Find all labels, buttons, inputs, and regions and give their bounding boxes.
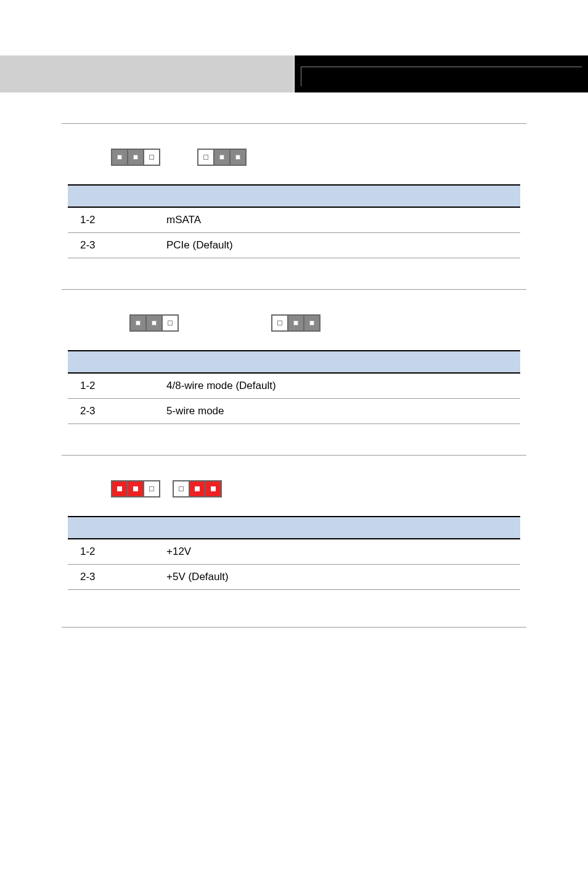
pin-dot-icon bbox=[133, 486, 138, 491]
jumper-diagram bbox=[271, 314, 321, 332]
pin-dot-icon bbox=[179, 486, 184, 491]
jumper-diagram-row bbox=[129, 314, 520, 332]
jumper-pin bbox=[304, 315, 320, 331]
table-row: 1-2mSATA bbox=[68, 207, 520, 233]
pin-dot-icon bbox=[152, 321, 157, 325]
jumper-pin bbox=[189, 481, 205, 497]
jumper-settings-table: 1-24/8-wire mode (Default)2-35-wire mode bbox=[68, 350, 520, 424]
pin-dot-icon bbox=[149, 155, 154, 160]
pin-dot-icon bbox=[203, 155, 208, 160]
table-cell-pins: 1-2 bbox=[68, 373, 154, 399]
table-cell-pins: 1-2 bbox=[68, 539, 154, 565]
header-right bbox=[294, 55, 589, 92]
jumper-pin bbox=[144, 149, 160, 165]
jumper-diagram bbox=[129, 314, 179, 332]
jumper-pin bbox=[112, 149, 128, 165]
pin-dot-icon bbox=[133, 155, 138, 160]
table-row: 1-2+12V bbox=[68, 539, 520, 565]
jumper-pin bbox=[146, 315, 162, 331]
pin-dot-icon bbox=[277, 321, 282, 325]
table-cell-pins: 2-3 bbox=[68, 565, 154, 590]
jumper-pin bbox=[144, 481, 160, 497]
table-cell-pins: 2-3 bbox=[68, 233, 154, 258]
table-cell-function: PCIe (Default) bbox=[154, 233, 520, 258]
table-header-row bbox=[68, 185, 520, 207]
table-header-cell bbox=[154, 517, 520, 539]
header-bar bbox=[0, 55, 588, 92]
table-header-cell bbox=[68, 351, 154, 373]
jumper-pin bbox=[173, 481, 189, 497]
table-cell-function: mSATA bbox=[154, 207, 520, 233]
table-header-cell bbox=[68, 517, 154, 539]
jumper-pin bbox=[230, 149, 246, 165]
pin-dot-icon bbox=[117, 486, 122, 491]
jumper-diagram-row bbox=[111, 149, 520, 166]
jumper-pin bbox=[112, 481, 128, 497]
table-cell-function: 5-wire mode bbox=[154, 399, 520, 424]
table-row: 2-3+5V (Default) bbox=[68, 565, 520, 590]
table-cell-function: +12V bbox=[154, 539, 520, 565]
table-header-row bbox=[68, 351, 520, 373]
jumper-settings-table: 1-2+12V2-3+5V (Default) bbox=[68, 516, 520, 590]
bottom-divider bbox=[62, 627, 526, 628]
jumper-section: 1-2mSATA2-3PCIe (Default) bbox=[68, 123, 520, 258]
jumper-settings-table: 1-2mSATA2-3PCIe (Default) bbox=[68, 184, 520, 258]
jumper-pin bbox=[288, 315, 304, 331]
table-cell-function: +5V (Default) bbox=[154, 565, 520, 590]
jumper-pin bbox=[198, 149, 214, 165]
table-row: 2-35-wire mode bbox=[68, 399, 520, 424]
jumper-pin bbox=[205, 481, 221, 497]
pin-dot-icon bbox=[195, 486, 200, 491]
content-area: 1-2mSATA2-3PCIe (Default)1-24/8-wire mod… bbox=[0, 123, 588, 590]
pin-dot-icon bbox=[219, 155, 224, 160]
table-header-row bbox=[68, 517, 520, 539]
pin-dot-icon bbox=[309, 321, 314, 325]
pin-dot-icon bbox=[136, 321, 141, 325]
table-header-cell bbox=[154, 185, 520, 207]
pin-dot-icon bbox=[168, 321, 173, 325]
table-row: 2-3PCIe (Default) bbox=[68, 233, 520, 258]
jumper-pin bbox=[214, 149, 230, 165]
table-header-cell bbox=[154, 351, 520, 373]
section-divider bbox=[62, 455, 526, 456]
jumper-diagram-row bbox=[111, 480, 520, 497]
pin-dot-icon bbox=[117, 155, 122, 160]
section-divider bbox=[62, 123, 526, 124]
jumper-diagram bbox=[111, 480, 160, 497]
pin-dot-icon bbox=[293, 321, 298, 325]
pin-dot-icon bbox=[149, 486, 154, 491]
jumper-pin bbox=[272, 315, 288, 331]
header-left bbox=[0, 55, 294, 92]
jumper-pin bbox=[128, 481, 144, 497]
page-container: 1-2mSATA2-3PCIe (Default)1-24/8-wire mod… bbox=[0, 55, 588, 652]
jumper-diagram bbox=[111, 149, 160, 166]
table-cell-pins: 2-3 bbox=[68, 399, 154, 424]
jumper-pin bbox=[128, 149, 144, 165]
jumper-pin bbox=[130, 315, 146, 331]
pin-dot-icon bbox=[211, 486, 216, 491]
section-divider bbox=[62, 289, 526, 290]
pin-dot-icon bbox=[235, 155, 240, 160]
table-row: 1-24/8-wire mode (Default) bbox=[68, 373, 520, 399]
jumper-section: 1-2+12V2-3+5V (Default) bbox=[68, 455, 520, 590]
jumper-pin bbox=[162, 315, 178, 331]
table-cell-pins: 1-2 bbox=[68, 207, 154, 233]
jumper-section: 1-24/8-wire mode (Default)2-35-wire mode bbox=[68, 289, 520, 424]
jumper-diagram bbox=[197, 149, 247, 166]
table-cell-function: 4/8-wire mode (Default) bbox=[154, 373, 520, 399]
table-header-cell bbox=[68, 185, 154, 207]
jumper-diagram bbox=[173, 480, 222, 497]
